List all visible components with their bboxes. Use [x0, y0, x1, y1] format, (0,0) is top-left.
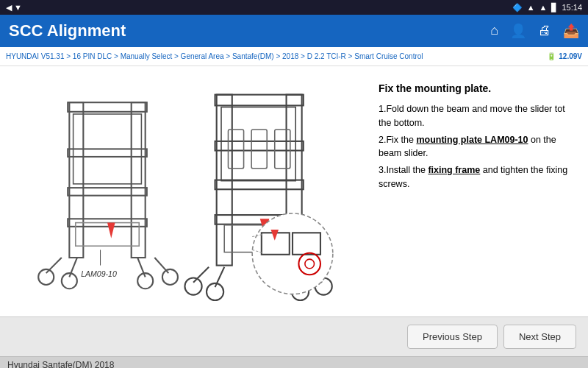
svg-rect-26 [228, 130, 243, 169]
signal-icon: ▲ [527, 3, 535, 12]
svg-rect-4 [68, 188, 147, 196]
step1-text: 1.Fold down the beam and move the slider… [379, 102, 573, 130]
home-icon[interactable]: ⌂ [490, 23, 498, 39]
instruction-title: Fix the mounting plate. [379, 81, 573, 96]
step2-pre: 2.Fix the [379, 135, 416, 145]
time-display: 15:14 [562, 3, 582, 12]
svg-rect-28 [275, 130, 290, 169]
right-device [184, 94, 332, 300]
battery-icon: ▊ [551, 3, 557, 13]
step2-text: 2.Fix the mounting plate LAM09-10 on the… [379, 133, 573, 161]
bottom-bar: Previous Step Next Step [0, 316, 588, 356]
svg-rect-23 [215, 180, 304, 189]
breadcrumb-bar: HYUNDAI V51.31 > 16 PIN DLC > Manually S… [0, 47, 588, 66]
step3-highlight: fixing frame [428, 165, 480, 175]
android-icon: ◀ ▼ [6, 3, 22, 13]
step3-pre: 3.Install the [379, 165, 428, 175]
svg-line-30 [193, 266, 209, 282]
status-bar-left: ◀ ▼ [6, 3, 22, 13]
battery-indicator-icon: 🔋 [547, 52, 556, 60]
voltage-value: 12.09V [559, 52, 582, 60]
svg-rect-3 [68, 149, 147, 157]
app-title: SCC Alignment [9, 21, 126, 40]
text-panel: Fix the mounting plate. 1.Fold down the … [371, 74, 581, 309]
svg-point-12 [38, 269, 54, 284]
status-bar: ◀ ▼ 🔷 ▲ ▲ ▊ 15:14 [0, 0, 588, 15]
svg-marker-16 [107, 222, 115, 238]
export-icon[interactable]: 📤 [563, 23, 579, 39]
breadcrumb: HYUNDAI V51.31 > 16 PIN DLC > Manually S… [6, 52, 423, 60]
alignment-illustration: LAM09-10 [7, 71, 364, 312]
svg-rect-2 [68, 102, 147, 112]
svg-point-34 [184, 277, 201, 294]
print-icon[interactable]: 🖨 [538, 23, 551, 39]
svg-text:LAM09-10: LAM09-10 [81, 269, 117, 278]
header: SCC Alignment ⌂ 👤 🖨 📤 [0, 15, 588, 47]
voltage-badge: 🔋 12.09V [547, 52, 582, 60]
vehicle-status: Hyundai Santafe(DM) 2018 [7, 360, 114, 369]
svg-rect-27 [251, 130, 267, 169]
header-icons: ⌂ 👤 🖨 📤 [490, 23, 579, 39]
svg-rect-1 [132, 102, 146, 258]
previous-step-button[interactable]: Previous Step [407, 325, 498, 349]
wifi-icon: ▲ [539, 3, 548, 12]
svg-rect-0 [69, 102, 83, 258]
left-device: LAM09-10 [38, 102, 178, 289]
main-content: LAM09-10 [0, 66, 588, 316]
svg-rect-21 [215, 94, 304, 105]
step2-highlight: mounting plate LAM09-10 [416, 135, 528, 145]
user-icon[interactable]: 👤 [510, 23, 526, 39]
svg-line-8 [46, 258, 62, 273]
svg-point-15 [162, 269, 178, 284]
bluetooth-icon: 🔷 [512, 3, 523, 13]
image-area: LAM09-10 [7, 74, 364, 309]
status-bar-right: 🔷 ▲ ▲ ▊ 15:14 [512, 3, 582, 13]
status-footer: Hyundai Santafe(DM) 2018 [0, 356, 588, 368]
next-step-button[interactable]: Next Step [503, 325, 576, 349]
step3-text: 3.Install the fixing frame and tighten t… [379, 163, 573, 191]
